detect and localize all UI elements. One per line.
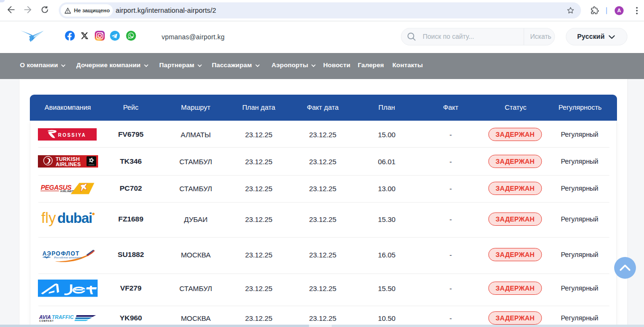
svg-text:dubai: dubai bbox=[57, 210, 92, 226]
svg-text:Российские авиалинии: Российские авиалинии bbox=[54, 256, 82, 259]
svg-text:AIRLINES: AIRLINES bbox=[56, 161, 81, 167]
svg-text:TRAFFIC: TRAFFIC bbox=[52, 314, 74, 320]
svg-text:COMPANY: COMPANY bbox=[39, 320, 54, 322]
svg-text:AIRLINES: AIRLINES bbox=[60, 190, 74, 193]
svg-text:AVIA: AVIA bbox=[39, 314, 51, 320]
svg-text:ROSSIYA: ROSSIYA bbox=[58, 133, 87, 138]
svg-text:fly: fly bbox=[41, 210, 56, 226]
